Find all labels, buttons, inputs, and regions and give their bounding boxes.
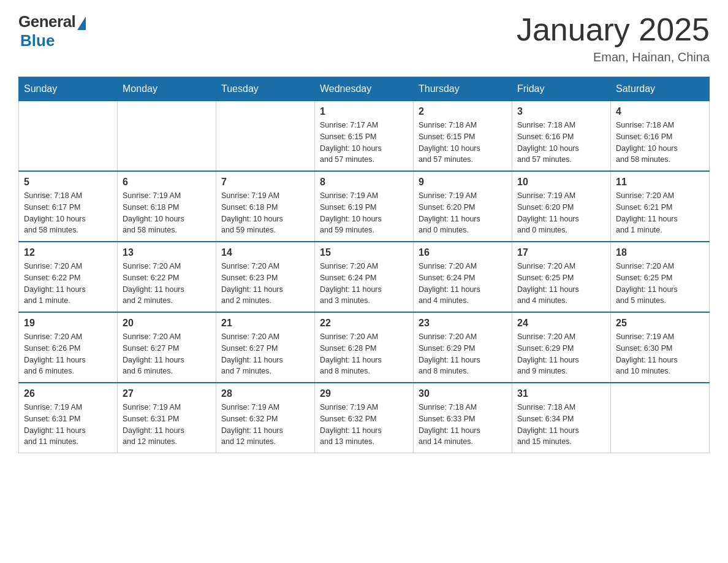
day-info: Sunrise: 7:20 AM Sunset: 6:22 PM Dayligh… (24, 261, 112, 307)
calendar-cell: 16Sunrise: 7:20 AM Sunset: 6:24 PM Dayli… (414, 242, 512, 312)
logo-blue-text: Blue (20, 31, 55, 50)
day-number: 4 (616, 106, 704, 117)
day-info: Sunrise: 7:19 AM Sunset: 6:32 PM Dayligh… (320, 402, 408, 448)
calendar-day-header: Thursday (414, 77, 512, 101)
calendar-cell (216, 101, 315, 172)
calendar-cell: 14Sunrise: 7:20 AM Sunset: 6:23 PM Dayli… (216, 242, 315, 312)
calendar-day-header: Sunday (19, 77, 118, 101)
calendar-cell: 29Sunrise: 7:19 AM Sunset: 6:32 PM Dayli… (315, 383, 414, 453)
calendar-cell: 31Sunrise: 7:18 AM Sunset: 6:34 PM Dayli… (512, 383, 611, 453)
calendar-cell: 13Sunrise: 7:20 AM Sunset: 6:22 PM Dayli… (118, 242, 216, 312)
calendar-cell (611, 383, 710, 453)
day-number: 23 (419, 318, 507, 329)
calendar-cell: 3Sunrise: 7:18 AM Sunset: 6:16 PM Daylig… (512, 101, 611, 172)
day-number: 6 (123, 177, 211, 188)
day-number: 5 (24, 177, 112, 188)
day-number: 8 (320, 177, 408, 188)
location-title: Eman, Hainan, China (517, 50, 710, 64)
calendar-week-row: 19Sunrise: 7:20 AM Sunset: 6:26 PM Dayli… (19, 312, 710, 383)
calendar-cell: 26Sunrise: 7:19 AM Sunset: 6:31 PM Dayli… (19, 383, 118, 453)
day-number: 31 (517, 388, 605, 399)
calendar-cell: 15Sunrise: 7:20 AM Sunset: 6:24 PM Dayli… (315, 242, 414, 312)
day-info: Sunrise: 7:20 AM Sunset: 6:24 PM Dayligh… (419, 261, 507, 307)
day-number: 21 (221, 318, 309, 329)
day-number: 12 (24, 247, 112, 258)
calendar-day-header: Tuesday (216, 77, 315, 101)
calendar-cell: 30Sunrise: 7:18 AM Sunset: 6:33 PM Dayli… (414, 383, 512, 453)
day-info: Sunrise: 7:20 AM Sunset: 6:25 PM Dayligh… (616, 261, 704, 307)
day-info: Sunrise: 7:20 AM Sunset: 6:24 PM Dayligh… (320, 261, 408, 307)
day-info: Sunrise: 7:18 AM Sunset: 6:33 PM Dayligh… (419, 402, 507, 448)
day-info: Sunrise: 7:18 AM Sunset: 6:15 PM Dayligh… (419, 120, 507, 166)
calendar-cell (118, 101, 216, 172)
calendar-day-header: Monday (118, 77, 216, 101)
day-number: 15 (320, 247, 408, 258)
calendar-cell: 1Sunrise: 7:17 AM Sunset: 6:15 PM Daylig… (315, 101, 414, 172)
day-info: Sunrise: 7:18 AM Sunset: 6:17 PM Dayligh… (24, 190, 112, 236)
calendar-week-row: 1Sunrise: 7:17 AM Sunset: 6:15 PM Daylig… (19, 101, 710, 172)
day-number: 28 (221, 388, 309, 399)
day-number: 18 (616, 247, 704, 258)
page-header: General Blue January 2025 Eman, Hainan, … (18, 12, 710, 64)
day-info: Sunrise: 7:18 AM Sunset: 6:16 PM Dayligh… (517, 120, 605, 166)
calendar-cell: 20Sunrise: 7:20 AM Sunset: 6:27 PM Dayli… (118, 312, 216, 383)
day-number: 29 (320, 388, 408, 399)
calendar-cell: 7Sunrise: 7:19 AM Sunset: 6:18 PM Daylig… (216, 171, 315, 242)
calendar-day-header: Friday (512, 77, 611, 101)
day-info: Sunrise: 7:18 AM Sunset: 6:16 PM Dayligh… (616, 120, 704, 166)
day-info: Sunrise: 7:20 AM Sunset: 6:27 PM Dayligh… (123, 331, 211, 377)
day-number: 13 (123, 247, 211, 258)
calendar-cell: 24Sunrise: 7:20 AM Sunset: 6:29 PM Dayli… (512, 312, 611, 383)
day-info: Sunrise: 7:20 AM Sunset: 6:29 PM Dayligh… (419, 331, 507, 377)
calendar-cell: 18Sunrise: 7:20 AM Sunset: 6:25 PM Dayli… (611, 242, 710, 312)
day-info: Sunrise: 7:19 AM Sunset: 6:31 PM Dayligh… (123, 402, 211, 448)
day-number: 2 (419, 106, 507, 117)
day-number: 25 (616, 318, 704, 329)
day-number: 24 (517, 318, 605, 329)
calendar-cell: 28Sunrise: 7:19 AM Sunset: 6:32 PM Dayli… (216, 383, 315, 453)
calendar-table: SundayMondayTuesdayWednesdayThursdayFrid… (18, 77, 710, 453)
day-info: Sunrise: 7:20 AM Sunset: 6:27 PM Dayligh… (221, 331, 309, 377)
day-info: Sunrise: 7:19 AM Sunset: 6:19 PM Dayligh… (320, 190, 408, 236)
calendar-header-row: SundayMondayTuesdayWednesdayThursdayFrid… (19, 77, 710, 101)
day-info: Sunrise: 7:20 AM Sunset: 6:25 PM Dayligh… (517, 261, 605, 307)
day-number: 3 (517, 106, 605, 117)
calendar-cell: 27Sunrise: 7:19 AM Sunset: 6:31 PM Dayli… (118, 383, 216, 453)
day-number: 27 (123, 388, 211, 399)
calendar-cell: 9Sunrise: 7:19 AM Sunset: 6:20 PM Daylig… (414, 171, 512, 242)
calendar-cell: 19Sunrise: 7:20 AM Sunset: 6:26 PM Dayli… (19, 312, 118, 383)
logo-general-text: General (18, 12, 75, 31)
day-info: Sunrise: 7:20 AM Sunset: 6:21 PM Dayligh… (616, 190, 704, 236)
day-info: Sunrise: 7:19 AM Sunset: 6:31 PM Dayligh… (24, 402, 112, 448)
day-info: Sunrise: 7:20 AM Sunset: 6:26 PM Dayligh… (24, 331, 112, 377)
day-info: Sunrise: 7:19 AM Sunset: 6:20 PM Dayligh… (419, 190, 507, 236)
day-info: Sunrise: 7:19 AM Sunset: 6:18 PM Dayligh… (221, 190, 309, 236)
day-info: Sunrise: 7:20 AM Sunset: 6:22 PM Dayligh… (123, 261, 211, 307)
calendar-cell: 25Sunrise: 7:19 AM Sunset: 6:30 PM Dayli… (611, 312, 710, 383)
calendar-week-row: 12Sunrise: 7:20 AM Sunset: 6:22 PM Dayli… (19, 242, 710, 312)
calendar-day-header: Saturday (611, 77, 710, 101)
day-info: Sunrise: 7:18 AM Sunset: 6:34 PM Dayligh… (517, 402, 605, 448)
day-number: 14 (221, 247, 309, 258)
calendar-day-header: Wednesday (315, 77, 414, 101)
day-info: Sunrise: 7:19 AM Sunset: 6:20 PM Dayligh… (517, 190, 605, 236)
day-number: 22 (320, 318, 408, 329)
calendar-cell: 4Sunrise: 7:18 AM Sunset: 6:16 PM Daylig… (611, 101, 710, 172)
day-number: 10 (517, 177, 605, 188)
logo: General Blue (18, 12, 86, 50)
calendar-cell: 8Sunrise: 7:19 AM Sunset: 6:19 PM Daylig… (315, 171, 414, 242)
logo-triangle-icon (77, 17, 86, 30)
calendar-week-row: 26Sunrise: 7:19 AM Sunset: 6:31 PM Dayli… (19, 383, 710, 453)
day-number: 26 (24, 388, 112, 399)
calendar-week-row: 5Sunrise: 7:18 AM Sunset: 6:17 PM Daylig… (19, 171, 710, 242)
day-info: Sunrise: 7:19 AM Sunset: 6:30 PM Dayligh… (616, 331, 704, 377)
day-number: 9 (419, 177, 507, 188)
month-title: January 2025 (517, 12, 710, 47)
calendar-cell: 2Sunrise: 7:18 AM Sunset: 6:15 PM Daylig… (414, 101, 512, 172)
day-number: 1 (320, 106, 408, 117)
day-number: 16 (419, 247, 507, 258)
calendar-cell: 12Sunrise: 7:20 AM Sunset: 6:22 PM Dayli… (19, 242, 118, 312)
calendar-cell: 17Sunrise: 7:20 AM Sunset: 6:25 PM Dayli… (512, 242, 611, 312)
calendar-cell (19, 101, 118, 172)
day-number: 30 (419, 388, 507, 399)
